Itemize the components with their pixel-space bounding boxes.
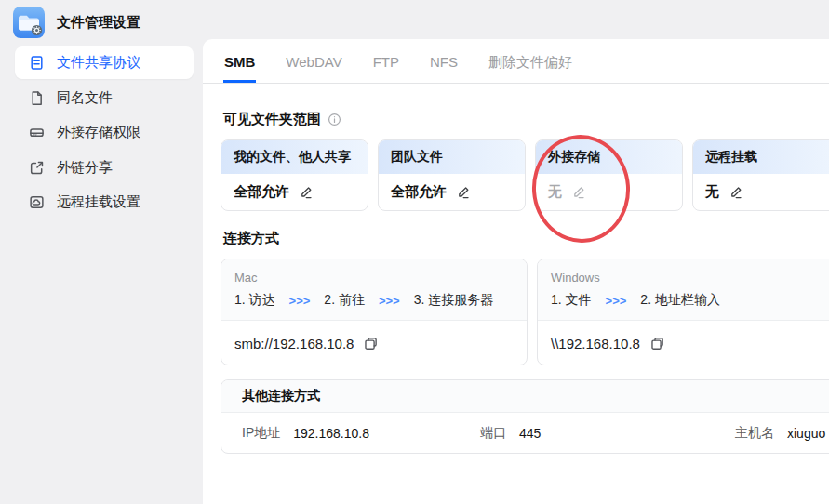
field-label: 主机名 [735, 425, 774, 442]
connection-steps: 1. 文件 >>> 2. 地址栏输入 [551, 292, 829, 309]
chevron-right-icon: >>> [289, 294, 311, 308]
card-value: 无 [548, 183, 562, 201]
document-lines-icon [29, 55, 45, 71]
settings-content-panel: SMB WebDAV FTP NFS 删除文件偏好 可见文件夹范围 我的文件、他… [203, 39, 829, 504]
sidebar-item-label: 同名文件 [57, 89, 113, 107]
ip-address-field: IP地址 192.168.10.8 [242, 413, 369, 453]
card-value: 全部允许 [234, 183, 289, 201]
folder-scope-card-my-files: 我的文件、他人共享 全部允许 [221, 139, 368, 211]
tab-nfs[interactable]: NFS [429, 55, 459, 83]
step: 2. 前往 [324, 292, 365, 309]
connection-card-windows: Windows 1. 文件 >>> 2. 地址栏输入 \\192.168.10.… [537, 259, 829, 365]
app-folder-gear-icon [13, 7, 45, 38]
blank-page-icon [29, 90, 45, 106]
page-title: 文件管理设置 [57, 14, 140, 32]
sidebar-item-remote-mount-settings[interactable]: 远程挂载设置 [15, 186, 194, 219]
field-value: 192.168.10.8 [293, 426, 369, 441]
connection-method-heading: 连接方式 [223, 231, 279, 245]
hostname-field: 主机名 xiuguo [735, 413, 825, 453]
field-value: 445 [519, 426, 541, 441]
card-title: 外接存储 [536, 140, 682, 174]
smb-address: smb://192.168.10.8 [234, 336, 354, 351]
step: 1. 访达 [234, 292, 275, 309]
folder-scope-card-team-files: 团队文件 全部允许 [378, 139, 526, 211]
sidebar-item-label: 外接存储权限 [57, 124, 140, 141]
other-connection-title: 其他连接方式 [221, 380, 829, 413]
field-label: IP地址 [242, 425, 280, 442]
sidebar-item-label: 外链分享 [57, 159, 113, 177]
hard-drive-icon [29, 125, 45, 140]
unc-address: \\192.168.10.8 [551, 336, 640, 351]
connection-card-row: Mac 1. 访达 >>> 2. 前往 >>> 3. 连接服务器 smb://1… [221, 259, 829, 365]
edit-pencil-icon[interactable] [571, 185, 586, 200]
tab-smb[interactable]: SMB [223, 55, 256, 83]
sidebar-item-same-name-file[interactable]: 同名文件 [15, 82, 194, 114]
other-connection-card: 其他连接方式 IP地址 192.168.10.8 端口 445 主机名 xiug… [221, 379, 829, 454]
copy-icon[interactable] [649, 336, 665, 351]
copy-icon[interactable] [363, 336, 379, 351]
port-field: 端口 445 [480, 413, 541, 453]
step: 3. 连接服务器 [414, 292, 494, 309]
os-label: Windows [551, 271, 829, 285]
protocol-tabbar: SMB WebDAV FTP NFS 删除文件偏好 [203, 39, 829, 84]
card-title: 远程挂载 [693, 140, 829, 174]
folder-scope-card-external-storage: 外接存储 无 [535, 139, 683, 211]
folder-scope-card-row: 我的文件、他人共享 全部允许 团队文件 全部允许 [221, 139, 829, 211]
edit-pencil-icon[interactable] [456, 185, 471, 200]
tab-webdav[interactable]: WebDAV [285, 55, 342, 83]
chevron-right-icon: >>> [606, 294, 627, 308]
field-label: 端口 [480, 425, 506, 442]
sidebar-item-external-link-share[interactable]: 外链分享 [15, 152, 194, 184]
sidebar-item-label: 文件共享协议 [57, 54, 140, 72]
connection-steps: 1. 访达 >>> 2. 前往 >>> 3. 连接服务器 [234, 292, 514, 309]
field-value: xiuguo [787, 426, 825, 441]
chevron-right-icon: >>> [379, 294, 400, 308]
edit-pencil-icon[interactable] [299, 185, 314, 200]
sidebar-item-file-sharing-protocol[interactable]: 文件共享协议 [15, 46, 194, 79]
visible-folder-scope-heading: 可见文件夹范围 [223, 112, 341, 126]
edit-pencil-icon[interactable] [729, 185, 743, 200]
remote-mount-folder-icon [29, 194, 45, 210]
tab-delete-file-preference[interactable]: 删除文件偏好 [488, 55, 573, 83]
card-title: 我的文件、他人共享 [221, 140, 368, 174]
os-label: Mac [234, 271, 514, 285]
sidebar-item-external-storage-permission[interactable]: 外接存储权限 [15, 116, 194, 149]
card-value: 全部允许 [391, 183, 447, 201]
step: 1. 文件 [551, 292, 592, 309]
info-icon[interactable] [328, 113, 341, 126]
card-title: 团队文件 [379, 140, 525, 174]
window-header: 文件管理设置 [13, 7, 140, 38]
card-value: 无 [705, 183, 719, 201]
step: 2. 地址栏输入 [640, 292, 720, 309]
file-management-settings-window: 文件管理设置 文件共享协议 同名文件 外接存储权限 [0, 0, 829, 504]
share-arrow-icon [29, 160, 45, 176]
connection-card-mac: Mac 1. 访达 >>> 2. 前往 >>> 3. 连接服务器 smb://1… [221, 259, 528, 365]
tab-ftp[interactable]: FTP [372, 55, 400, 83]
sidebar-item-label: 远程挂载设置 [57, 193, 140, 211]
folder-scope-card-remote-mount: 远程挂载 无 [692, 139, 829, 211]
